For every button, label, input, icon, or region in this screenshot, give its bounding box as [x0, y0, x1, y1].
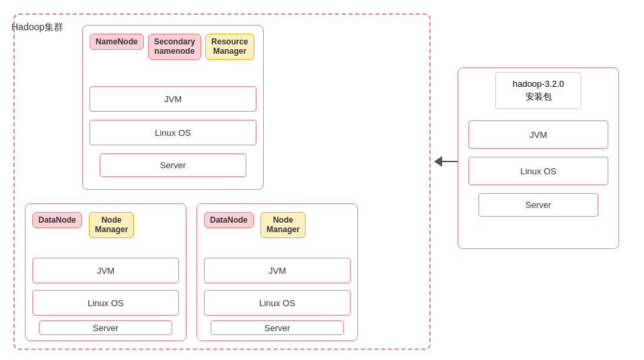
- worker-node-2-box: DataNode Node Manager JVM Linux OS Serve…: [196, 203, 358, 341]
- worker2-server-layer: Server: [211, 320, 344, 335]
- worker1-jvm-layer: JVM: [32, 258, 179, 283]
- master-jvm-layer: JVM: [90, 86, 256, 112]
- arrow: [434, 156, 461, 167]
- hadoop-package-box: hadoop-3.2.0 安装包 JVM Linux OS Server: [458, 67, 619, 249]
- hadoop-cluster-boundary: Hadoop集群 NameNode Secondary namenode Res…: [13, 13, 431, 350]
- package-title-border: hadoop-3.2.0 安装包: [495, 72, 581, 109]
- master-linux-layer: Linux OS: [90, 120, 256, 145]
- secondary-namenode-badge: Secondary namenode: [148, 34, 201, 60]
- package-title-line2: 安装包: [526, 92, 552, 102]
- worker1-badges-row: DataNode Node Manager: [32, 212, 134, 238]
- resource-manager-badge: Resource Manager: [205, 34, 254, 60]
- package-title: hadoop-3.2.0 安装包: [513, 78, 565, 102]
- worker1-server-layer: Server: [39, 320, 172, 335]
- arrow-head: [434, 156, 442, 167]
- package-linux-layer: Linux OS: [468, 157, 608, 185]
- worker1-linux-layer: Linux OS: [32, 290, 179, 316]
- worker2-datanode-badge: DataNode: [204, 212, 254, 228]
- package-title-line1: hadoop-3.2.0: [513, 79, 565, 89]
- worker2-badges-row: DataNode Node Manager: [204, 212, 306, 238]
- master-node-box: NameNode Secondary namenode Resource Man…: [82, 25, 264, 190]
- master-server-layer: Server: [100, 153, 246, 177]
- worker2-node-manager-badge: Node Manager: [260, 212, 306, 238]
- worker1-datanode-badge: DataNode: [32, 212, 82, 228]
- hadoop-cluster-label: Hadoop集群: [11, 22, 63, 34]
- diagram: Hadoop集群 NameNode Secondary namenode Res…: [0, 0, 644, 360]
- namenode-badge: NameNode: [90, 34, 144, 50]
- package-jvm-layer: JVM: [468, 120, 608, 149]
- master-badges-row: NameNode Secondary namenode Resource Man…: [90, 34, 254, 60]
- worker2-jvm-layer: JVM: [204, 258, 351, 283]
- worker2-linux-layer: Linux OS: [204, 290, 351, 316]
- package-server-layer: Server: [478, 193, 598, 217]
- worker1-node-manager-badge: Node Manager: [89, 212, 134, 238]
- worker-node-1-box: DataNode Node Manager JVM Linux OS Serve…: [25, 203, 186, 341]
